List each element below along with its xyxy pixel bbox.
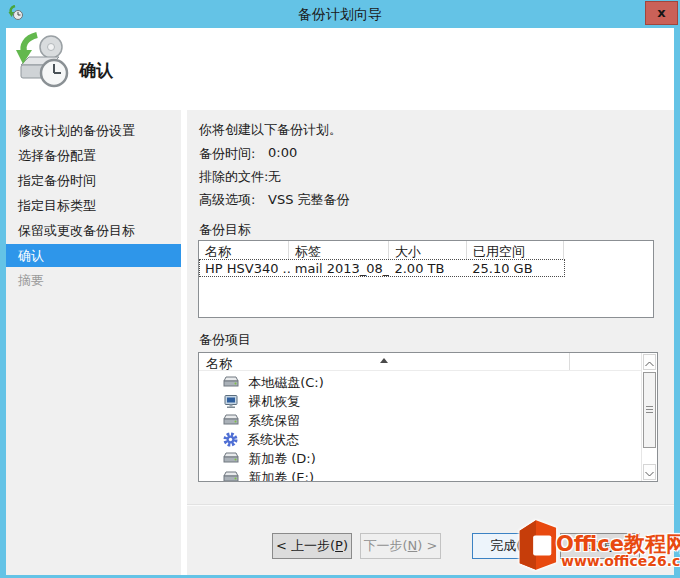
footer-divider [187, 504, 674, 506]
chevron-up-icon [645, 361, 654, 367]
cell-name: HP HSV340 ... [200, 261, 290, 276]
summary-label-advanced-option: 高级选项: [199, 191, 255, 209]
scroll-up-button[interactable] [643, 354, 656, 370]
title-bar: 备份计划向导 x [0, 0, 680, 28]
backup-items-list: 名称 本地磁盘(C:) 裸机恢复 系统保留 [198, 352, 658, 482]
cancel-button[interactable]: 取消 [560, 533, 640, 559]
next-button[interactable]: 下一步(N) > [360, 533, 441, 559]
summary-row: 排除的文件: 无 [199, 168, 268, 184]
scroll-down-button[interactable] [643, 464, 656, 480]
summary-row: 备份时间: 0:00 [199, 145, 255, 161]
list-column-header-name: 名称 [206, 355, 232, 373]
list-item-label: 裸机恢复 [248, 394, 300, 409]
gear-icon [223, 432, 238, 447]
cell-used-space: 25.10 GB [467, 261, 564, 276]
list-item-label: 系统保留 [248, 413, 300, 428]
disk-icon [223, 414, 239, 427]
window-border [0, 28, 6, 578]
summary-value-excluded-files: 无 [268, 168, 281, 186]
page-title: 确认 [79, 59, 113, 82]
summary-label-excluded-files: 排除的文件: [199, 168, 268, 186]
sort-ascending-icon [380, 358, 388, 363]
column-header-used-space[interactable]: 已用空间 [467, 241, 564, 259]
sidebar-item-keep-change-destination[interactable]: 保留或更改备份目标 [6, 218, 181, 243]
sidebar-item-modify-settings[interactable]: 修改计划的备份设置 [6, 118, 181, 143]
list-item[interactable]: 新加卷 (D:) [199, 449, 640, 468]
backup-schedule-icon [13, 31, 71, 95]
column-separator [569, 353, 570, 370]
backup-target-table: 名称 标签 大小 已用空间 HP HSV340 ... mail 2013_08… [198, 240, 654, 318]
list-item-label: 系统状态 [247, 432, 299, 447]
table-header: 名称 标签 大小 已用空间 [199, 241, 653, 259]
table-row[interactable]: HP HSV340 ... mail 2013_08_... 2.00 TB 2… [199, 259, 565, 277]
scrollbar[interactable] [641, 353, 657, 481]
close-button[interactable]: x [645, 1, 678, 25]
list-item-label: 新加卷 (D:) [248, 451, 316, 466]
chevron-down-icon [645, 471, 654, 477]
summary-row: 高级选项: VSS 完整备份 [199, 191, 255, 207]
list-item[interactable]: 本地磁盘(C:) [199, 373, 640, 392]
sidebar-item-destination-type[interactable]: 指定目标类型 [6, 193, 181, 218]
scrollbar-grip-icon [646, 406, 653, 413]
column-header-label[interactable]: 标签 [289, 241, 389, 259]
summary-value-advanced-option: VSS 完整备份 [268, 191, 350, 209]
backup-items-title: 备份项目 [199, 331, 251, 349]
intro-text: 你将创建以下备份计划。 [199, 121, 342, 139]
list-item[interactable]: 新加卷 (E:) [199, 468, 640, 482]
list-item[interactable]: 系统状态 [199, 430, 640, 449]
cell-label: mail 2013_08_... [290, 261, 390, 276]
backup-target-title: 备份目标 [199, 221, 251, 239]
list-item-label: 新加卷 (E:) [248, 470, 314, 482]
computer-icon [223, 395, 239, 408]
cell-size: 2.00 TB [389, 261, 467, 276]
wizard-header: 确认 [6, 28, 674, 110]
disk-icon [223, 452, 239, 465]
sidebar-item-select-config[interactable]: 选择备份配置 [6, 143, 181, 168]
list-item[interactable]: 裸机恢复 [199, 392, 640, 411]
window-title: 备份计划向导 [0, 6, 680, 24]
list-item-label: 本地磁盘(C:) [248, 375, 324, 390]
sidebar-item-confirm[interactable]: 确认 [6, 244, 181, 267]
close-icon: x [657, 5, 665, 20]
wizard-steps-sidebar: 修改计划的备份设置 选择备份配置 指定备份时间 指定目标类型 保留或更改备份目标… [6, 110, 181, 575]
column-header-size[interactable]: 大小 [389, 241, 467, 259]
finish-button[interactable]: 完成(F) [472, 533, 552, 559]
disk-icon [223, 471, 239, 483]
sidebar-item-backup-time[interactable]: 指定备份时间 [6, 168, 181, 193]
window-border [674, 28, 680, 578]
list-column-header[interactable]: 名称 [199, 353, 641, 371]
back-button[interactable]: < 上一步(P) [272, 533, 352, 559]
scrollbar-thumb[interactable] [643, 372, 656, 448]
column-header-name[interactable]: 名称 [199, 241, 289, 259]
sidebar-item-summary[interactable]: 摘要 [6, 268, 181, 293]
list-items: 本地磁盘(C:) 裸机恢复 系统保留 系统状态 新加卷 (D:) [199, 373, 640, 482]
summary-value-backup-time: 0:00 [268, 145, 297, 160]
wizard-window: 备份计划向导 x 确认 修改计划的备份设置 选择备份配置 指定备份时 [0, 0, 680, 578]
list-item[interactable]: 系统保留 [199, 411, 640, 430]
disk-icon [223, 376, 239, 389]
summary-label-backup-time: 备份时间: [199, 145, 255, 163]
